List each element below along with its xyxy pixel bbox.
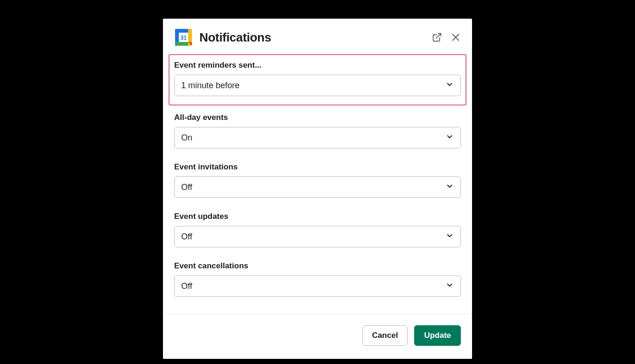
- svg-text:31: 31: [180, 35, 187, 41]
- dialog-body: Event reminders sent... 1 minute before …: [163, 52, 472, 314]
- dialog-title: Notifications: [199, 30, 432, 45]
- select-value: 1 minute before: [181, 81, 240, 91]
- chevron-down-icon: [445, 182, 454, 193]
- select-all-day-events[interactable]: On: [174, 127, 461, 148]
- chevron-down-icon: [445, 231, 454, 242]
- field-event-cancellations: Event cancellations Off: [169, 255, 466, 304]
- dialog-footer: Cancel Update: [163, 314, 472, 359]
- field-label: Event updates: [174, 209, 461, 221]
- chevron-down-icon: [445, 80, 454, 91]
- svg-line-8: [436, 34, 441, 38]
- select-value: Off: [181, 232, 192, 242]
- field-event-reminders: Event reminders sent... 1 minute before: [169, 54, 466, 105]
- google-calendar-icon: 31: [174, 28, 193, 47]
- open-external-icon[interactable]: [432, 32, 442, 42]
- dialog-header: 31 Notifications: [163, 19, 472, 52]
- select-value: Off: [181, 182, 192, 192]
- select-value: On: [181, 133, 192, 143]
- select-event-reminders[interactable]: 1 minute before: [174, 75, 461, 96]
- select-event-cancellations[interactable]: Off: [174, 275, 461, 297]
- chevron-down-icon: [445, 133, 454, 143]
- field-event-updates: Event updates Off: [169, 205, 466, 255]
- field-label: Event cancellations: [174, 259, 461, 271]
- chevron-down-icon: [445, 281, 454, 292]
- select-value: Off: [181, 281, 192, 291]
- field-label: All-day events: [174, 110, 461, 122]
- cancel-button[interactable]: Cancel: [362, 325, 408, 346]
- field-label: Event reminders sent...: [174, 58, 461, 70]
- field-label: Event invitations: [174, 160, 461, 172]
- update-button[interactable]: Update: [414, 325, 461, 346]
- header-actions: [432, 32, 461, 42]
- select-event-invitations[interactable]: Off: [174, 176, 461, 198]
- select-event-updates[interactable]: Off: [174, 226, 461, 247]
- close-icon[interactable]: [451, 32, 461, 42]
- field-event-invitations: Event invitations Off: [169, 156, 466, 205]
- notifications-dialog: 31 Notifications Event reminders sen: [163, 19, 472, 359]
- field-all-day-events: All-day events On: [169, 106, 466, 156]
